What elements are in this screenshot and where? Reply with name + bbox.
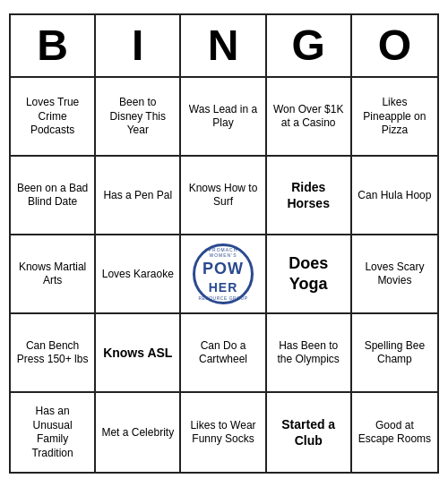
bingo-cell-5: Been on a Bad Blind Date bbox=[11, 157, 96, 235]
bingo-card: BINGO Loves True Crime PodcastsBeen to D… bbox=[9, 13, 439, 474]
cell-text: Won Over $1K at a Casino bbox=[272, 103, 345, 131]
bingo-letter-b: B bbox=[11, 15, 96, 77]
bingo-cell-22: Likes to Wear Funny Socks bbox=[181, 393, 266, 472]
bingo-cell-1: Been to Disney This Year bbox=[96, 78, 181, 157]
cell-text: Was Lead in a Play bbox=[186, 103, 259, 131]
bingo-cell-0: Loves True Crime Podcasts bbox=[11, 78, 96, 157]
bingo-cell-14: Loves Scary Movies bbox=[352, 235, 437, 314]
bingo-cell-4: Likes Pineapple on Pizza bbox=[352, 78, 437, 157]
bingo-cell-2: Was Lead in a Play bbox=[181, 78, 266, 157]
cell-text: Has an Unusual Family Tradition bbox=[16, 405, 89, 460]
bingo-cell-21: Met a Celebrity bbox=[96, 393, 181, 472]
bingo-cell-15: Can Bench Press 150+ lbs bbox=[11, 314, 96, 393]
bingo-grid: Loves True Crime PodcastsBeen to Disney … bbox=[11, 78, 437, 472]
cell-text: Likes to Wear Funny Socks bbox=[186, 419, 259, 447]
cell-text: Knows ASL bbox=[103, 345, 172, 361]
cell-text: Been on a Bad Blind Date bbox=[16, 182, 89, 209]
cell-text: Does Yoga bbox=[272, 253, 345, 295]
cell-text: Has Been to the Olympics bbox=[272, 339, 345, 367]
cell-text: Started a Club bbox=[272, 416, 345, 449]
cell-text: Met a Celebrity bbox=[101, 426, 174, 440]
bingo-cell-9: Can Hula Hoop bbox=[352, 157, 437, 235]
bingo-letter-g: G bbox=[267, 15, 352, 77]
bingo-cell-18: Has Been to the Olympics bbox=[267, 314, 352, 393]
cell-text: Can Do a Cartwheel bbox=[186, 339, 259, 367]
bingo-cell-3: Won Over $1K at a Casino bbox=[267, 78, 352, 157]
bingo-cell-8: Rides Horses bbox=[267, 157, 352, 235]
bingo-cell-7: Knows How to Surf bbox=[181, 157, 266, 235]
pow-her-logo: PROMACH WOMEN'S POW HER RESOURCE GROUP bbox=[193, 244, 254, 304]
cell-text: Has a Pen Pal bbox=[103, 189, 172, 203]
bingo-letter-i: I bbox=[96, 15, 181, 77]
cell-text: Can Hula Hoop bbox=[358, 189, 431, 203]
cell-text: Loves Scary Movies bbox=[358, 261, 432, 288]
bingo-cell-10: Knows Martial Arts bbox=[11, 235, 96, 314]
bingo-cell-24: Good at Escape Rooms bbox=[352, 393, 437, 472]
bingo-cell-6: Has a Pen Pal bbox=[96, 157, 181, 235]
cell-text: Spelling Bee Champ bbox=[358, 339, 432, 367]
bingo-letter-n: N bbox=[181, 15, 266, 77]
bingo-header: BINGO bbox=[11, 15, 437, 79]
cell-text: Loves Karaoke bbox=[102, 268, 174, 282]
bingo-cell-17: Can Do a Cartwheel bbox=[181, 314, 266, 393]
cell-text: Likes Pineapple on Pizza bbox=[358, 96, 432, 138]
bingo-cell-23: Started a Club bbox=[267, 393, 352, 472]
bingo-cell-13: Does Yoga bbox=[267, 235, 352, 314]
cell-text: Loves True Crime Podcasts bbox=[16, 96, 89, 138]
bingo-letter-o: O bbox=[352, 15, 437, 77]
cell-text: Been to Disney This Year bbox=[101, 96, 174, 138]
cell-text: Knows Martial Arts bbox=[16, 261, 89, 288]
bingo-cell-11: Loves Karaoke bbox=[96, 235, 181, 314]
bingo-cell-16: Knows ASL bbox=[96, 314, 181, 393]
cell-text: Knows How to Surf bbox=[186, 182, 259, 209]
bingo-cell-12: PROMACH WOMEN'S POW HER RESOURCE GROUP bbox=[181, 235, 266, 314]
cell-text: Good at Escape Rooms bbox=[358, 419, 432, 447]
cell-text: Rides Horses bbox=[272, 179, 345, 211]
bingo-cell-20: Has an Unusual Family Tradition bbox=[11, 393, 96, 472]
bingo-cell-19: Spelling Bee Champ bbox=[352, 314, 437, 393]
cell-text: Can Bench Press 150+ lbs bbox=[16, 339, 89, 367]
free-space: PROMACH WOMEN'S POW HER RESOURCE GROUP bbox=[193, 244, 254, 304]
